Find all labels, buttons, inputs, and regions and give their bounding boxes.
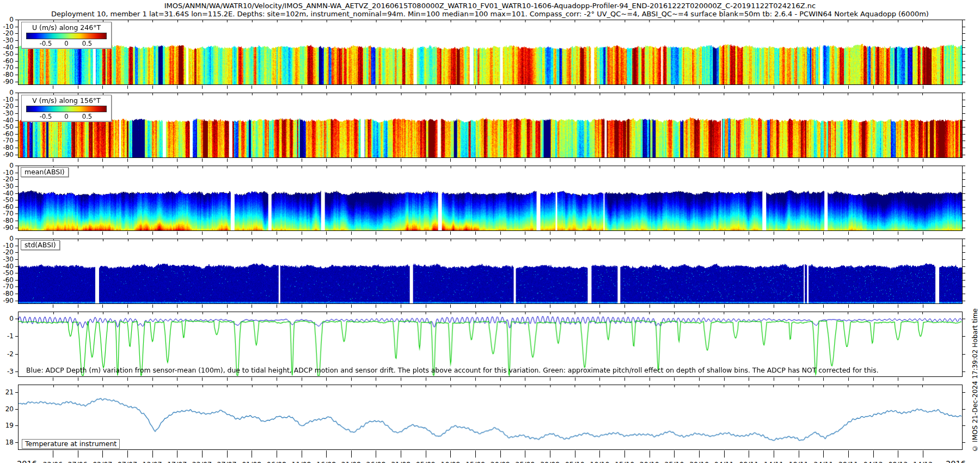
y-tick-mark <box>15 228 18 228</box>
x-tick-label: 05/10 <box>565 460 585 463</box>
y-tick-mark <box>15 294 18 294</box>
y-tick-mark <box>963 287 965 287</box>
x-tick-mark <box>127 159 128 162</box>
x-tick-mark <box>376 377 376 381</box>
x-tick-mark <box>500 377 501 381</box>
x-tick-label: 21/08 <box>341 460 361 463</box>
y-tick-label: 21 <box>5 388 14 396</box>
temperature-plot: Temperature at instrument <box>18 385 963 450</box>
x-tick-mark <box>102 304 103 308</box>
x-tick-label: 20/09 <box>491 460 510 463</box>
x-tick-mark <box>152 232 153 235</box>
x-tick-mark <box>500 159 501 162</box>
x-tick-mark <box>923 304 923 308</box>
x-tick-mark <box>699 86 700 89</box>
colorbar-tick: 0.5 <box>82 40 92 47</box>
x-tick-mark <box>326 304 327 308</box>
x-tick-mark <box>550 232 550 235</box>
y-tick-mark <box>15 266 18 267</box>
x-tick-mark <box>923 159 923 162</box>
x-tick-mark <box>302 232 302 235</box>
x-tick-label: 14/12 <box>913 460 933 463</box>
x-tick-mark <box>749 377 749 381</box>
y-tick-mark <box>15 141 18 141</box>
x-tick-mark <box>525 450 525 458</box>
x-tick-mark <box>78 232 78 235</box>
x-tick-mark <box>177 86 177 89</box>
mean-absi-plot: mean(ABSI) <box>18 166 963 231</box>
x-tick-mark <box>401 304 401 308</box>
x-tick-mark <box>152 377 153 381</box>
x-tick-mark <box>898 304 898 308</box>
x-tick-mark <box>599 159 600 162</box>
x-tick-mark <box>227 377 228 381</box>
y-tick-mark <box>15 54 18 54</box>
x-tick-mark <box>53 304 53 308</box>
colorbar-tick: 0 <box>64 113 68 120</box>
std-absi-plot: std(ABSI) <box>18 239 963 304</box>
x-tick-mark <box>102 86 103 89</box>
x-tick-mark <box>873 159 874 162</box>
v-velocity-plot: V (m/s) along 156°T -0.5 0 0.5 <box>18 93 963 158</box>
y-tick-mark <box>15 61 18 62</box>
x-tick-mark <box>376 86 376 89</box>
x-tick-label: 17/07 <box>167 460 187 463</box>
x-tick-label: 29/11 <box>838 460 858 463</box>
y-tick-label: -90 <box>3 297 14 304</box>
x-tick-mark <box>749 304 749 308</box>
x-tick-mark <box>749 86 749 89</box>
x-tick-mark <box>202 159 203 162</box>
x-tick-mark <box>102 232 103 235</box>
x-tick-mark <box>823 377 824 381</box>
x-tick-mark <box>53 450 53 458</box>
x-tick-mark <box>923 86 923 89</box>
y-tick-label: -90 <box>3 151 14 159</box>
y-tick-label: 18 <box>5 438 14 446</box>
x-tick-mark <box>848 377 849 381</box>
x-tick-mark <box>102 450 103 458</box>
x-tick-mark <box>699 159 700 162</box>
depth-variation-plot: Blue: ADCP Depth (m) variation from sens… <box>18 312 963 377</box>
y-tick-mark <box>963 214 965 214</box>
x-tick-mark <box>749 450 749 458</box>
x-tick-mark <box>401 86 401 89</box>
x-tick-mark <box>302 450 302 458</box>
y-tick-mark <box>963 336 965 337</box>
x-tick-mark <box>898 450 898 458</box>
x-tick-mark <box>351 304 352 308</box>
x-tick-mark <box>426 159 426 162</box>
y-tick-mark <box>15 409 18 410</box>
x-tick-mark <box>575 304 575 308</box>
y-tick-mark <box>963 239 965 239</box>
x-tick-mark <box>252 232 252 235</box>
x-tick-mark <box>227 159 228 162</box>
y-tick-mark <box>963 186 965 187</box>
y-tick-mark <box>15 113 18 114</box>
colorbar-tick: 0.5 <box>82 113 92 120</box>
u-colorbar <box>26 33 107 39</box>
x-tick-label: 14/11 <box>764 460 783 463</box>
x-tick-mark <box>525 159 525 162</box>
x-tick-mark <box>599 86 600 89</box>
x-tick-mark <box>78 377 78 381</box>
x-tick-mark <box>674 377 675 381</box>
x-tick-mark <box>575 377 575 381</box>
x-tick-mark <box>78 304 78 308</box>
x-tick-mark <box>475 304 476 308</box>
x-tick-mark <box>450 304 451 308</box>
y-tick-label: -1 <box>7 332 14 340</box>
x-tick-mark <box>102 377 103 381</box>
x-tick-mark <box>674 159 675 162</box>
panel-depth-variation: 0-1-2-3 Blue: ADCP Depth (m) variation f… <box>18 312 963 377</box>
y-axis-temperature: 21201918 <box>0 385 18 450</box>
x-tick-mark <box>426 450 426 458</box>
x-tick-mark <box>848 450 849 458</box>
x-tick-mark <box>550 159 550 162</box>
y-tick-mark <box>15 221 18 221</box>
v-velocity-heatmap <box>19 93 962 157</box>
x-tick-mark <box>277 450 277 458</box>
y-tick-mark <box>15 252 18 253</box>
y-tick-mark <box>15 75 18 75</box>
x-tick-mark <box>127 450 128 458</box>
x-tick-mark <box>650 450 650 458</box>
